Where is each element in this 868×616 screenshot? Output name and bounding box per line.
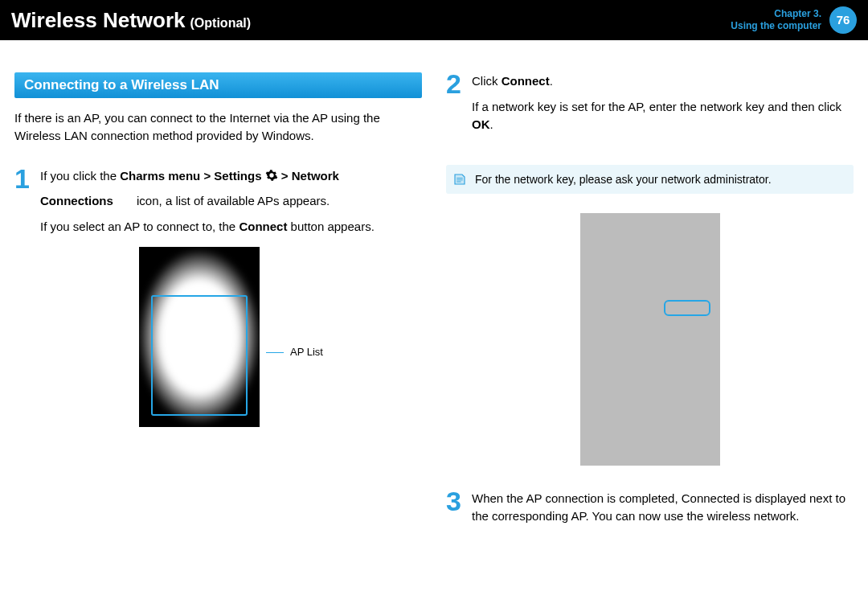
ap-list-highlight-box — [151, 295, 248, 416]
step-2-body: Click Connect. If a network key is set f… — [472, 72, 854, 141]
note-text: For the network key, please ask your net… — [475, 173, 772, 186]
figure-ap-list: AP List — [40, 247, 422, 427]
page-number-badge: 76 — [829, 6, 857, 34]
step-3-text: When the AP connection is completed, Con… — [472, 490, 854, 525]
chapter-line2: Using the computer — [731, 20, 821, 32]
connect-highlight-box — [664, 300, 710, 316]
title-optional-text: (Optional) — [190, 16, 252, 31]
chapter-line1: Chapter 3. — [731, 8, 821, 20]
step-1: 1 If you click the Charms menu > Setting… — [14, 167, 422, 427]
ap-list-figure — [139, 247, 260, 427]
section-heading: Connecting to a Wireless LAN — [14, 72, 422, 98]
step-3-body: When the AP connection is completed, Con… — [472, 490, 854, 533]
step-1-line3: If you select an AP to connect to, the C… — [40, 218, 422, 236]
step-number-2: 2 — [446, 72, 464, 141]
title-main-text: Wireless Network — [11, 8, 186, 33]
page-header: Wireless Network (Optional) Chapter 3. U… — [0, 0, 868, 40]
right-column: 2 Click Connect. If a network key is set… — [446, 72, 854, 551]
page-number: 76 — [837, 13, 850, 28]
note-box: For the network key, please ask your net… — [446, 165, 854, 194]
left-column: Connecting to a Wireless LAN If there is… — [14, 72, 422, 551]
gray-panel — [580, 213, 720, 466]
step-3: 3 When the AP connection is completed, C… — [446, 490, 854, 533]
step-1-body: If you click the Charms menu > Settings … — [40, 167, 422, 427]
step-1-line2: Connections icon, a list of available AP… — [40, 192, 422, 210]
step-2: 2 Click Connect. If a network key is set… — [446, 72, 854, 141]
section-intro: If there is an AP, you can connect to th… — [14, 109, 422, 145]
chapter-block: Chapter 3. Using the computer — [731, 8, 821, 32]
ap-callout-line — [266, 352, 284, 353]
step-1-line1: If you click the Charms menu > Settings … — [40, 167, 422, 185]
step-number-1: 1 — [14, 167, 32, 427]
figure-connect-panel — [446, 213, 854, 466]
step-2-line2: If a network key is set for the AP, ente… — [472, 98, 854, 133]
ap-list-label: AP List — [290, 345, 323, 360]
header-meta: Chapter 3. Using the computer 76 — [731, 6, 857, 34]
page-title: Wireless Network (Optional) — [11, 8, 251, 33]
step-2-line1: Click Connect. — [472, 72, 854, 90]
note-icon — [452, 172, 467, 189]
gear-icon — [265, 169, 278, 182]
step-number-3: 3 — [446, 490, 464, 533]
content-area: Connecting to a Wireless LAN If there is… — [0, 40, 868, 551]
